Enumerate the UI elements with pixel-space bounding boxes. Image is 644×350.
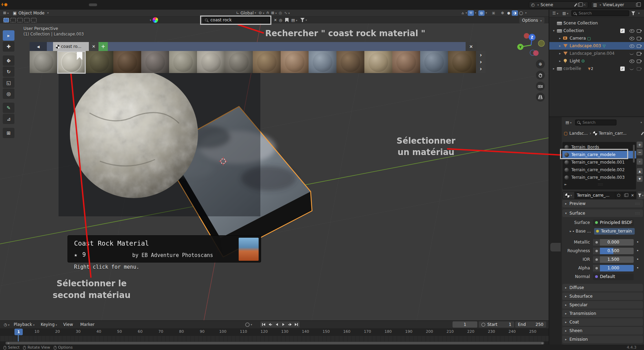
select-mode-subtract-icon[interactable]: [17, 18, 23, 22]
select-mode-intersect-icon[interactable]: [31, 18, 37, 22]
properties-tab[interactable]: [550, 157, 561, 165]
play-button[interactable]: [280, 321, 287, 328]
jump-to-start-button[interactable]: [260, 321, 267, 328]
outliner-display-icon[interactable]: ☰▾: [551, 11, 559, 16]
material-thumbnail[interactable]: [364, 51, 392, 73]
select-box-tool[interactable]: ▸: [3, 30, 14, 41]
expand-icon[interactable]: ▸: [551, 67, 556, 70]
play-reverse-button[interactable]: [273, 321, 280, 328]
material-thumbnail[interactable]: [336, 51, 364, 73]
properties-tab[interactable]: [550, 208, 561, 217]
properties-tab[interactable]: [550, 165, 561, 174]
rotate-tool[interactable]: ↻: [3, 66, 14, 77]
expand-icon[interactable]: ▾: [551, 29, 556, 32]
new-viewlayer-icon[interactable]: [636, 3, 639, 7]
editor-type-icon[interactable]: ⊞▾: [2, 11, 10, 15]
camera-visibility-icon[interactable]: [637, 44, 642, 48]
collapsed-panel-header[interactable]: ▸Diffuse: [562, 284, 643, 291]
workspace-tab[interactable]: [172, 3, 180, 6]
workspace-tab[interactable]: [97, 3, 105, 6]
add-cube-tool[interactable]: ⊞: [3, 128, 14, 138]
eye-filter-icon[interactable]: ◎: [278, 18, 283, 22]
properties-tab[interactable]: [550, 148, 561, 157]
collapsed-panel-header[interactable]: ▸Subsurface: [562, 292, 643, 300]
material-thumbnail[interactable]: [225, 51, 253, 73]
xray-toggle[interactable]: ▣: [490, 10, 497, 16]
properties-tab[interactable]: [550, 251, 561, 260]
hide-eye-icon[interactable]: [629, 51, 634, 56]
material-thumbnail[interactable]: [281, 51, 309, 73]
current-frame-badge[interactable]: 1: [14, 329, 23, 335]
material-thumbnail[interactable]: [253, 51, 281, 73]
shading-material-icon[interactable]: ◑: [512, 10, 518, 16]
move-slot-down-button[interactable]: ▼: [637, 176, 643, 182]
expand-icon[interactable]: ▸: [558, 37, 562, 40]
roughness-slider[interactable]: 0.500: [593, 248, 634, 254]
properties-tab[interactable]: [550, 226, 561, 234]
select-mode-extend-icon[interactable]: [10, 18, 16, 22]
decorator-dot[interactable]: •: [636, 240, 639, 245]
expand-icon[interactable]: ▸: [562, 229, 571, 233]
alpha-slider[interactable]: 1.000: [593, 265, 634, 271]
decorator-dot[interactable]: •: [636, 257, 639, 262]
show-gizmo-dropdown[interactable]: 🜂▾: [460, 10, 468, 16]
hide-eye-icon[interactable]: [629, 66, 634, 71]
end-frame-field[interactable]: End250: [515, 321, 546, 328]
outliner-row[interactable]: ▸ corbeille 2 ✓: [549, 65, 644, 72]
decorator-dot[interactable]: •: [636, 266, 639, 270]
back-arrow-button[interactable]: ◀: [30, 42, 47, 51]
camera-visibility-icon[interactable]: [637, 66, 642, 71]
outliner-scene-icon[interactable]: ▥▾: [561, 11, 569, 16]
jump-to-end-button[interactable]: [293, 321, 300, 328]
expand-icon[interactable]: ▸: [558, 44, 562, 48]
outliner-row[interactable]: ▸ Camera ✓: [549, 34, 644, 42]
collapsed-panel-header[interactable]: ▸Emission: [562, 336, 643, 343]
add-tab-button[interactable]: +: [98, 42, 108, 51]
exclude-checkbox[interactable]: ✓: [620, 66, 625, 71]
normal-button[interactable]: Default: [593, 274, 634, 280]
camera-view-icon[interactable]: [536, 82, 545, 91]
collapsed-panel-header[interactable]: ▸Coat: [562, 318, 643, 326]
material-slot[interactable]: Terrain_carre_modele.001: [562, 158, 636, 166]
properties-tab[interactable]: [550, 191, 561, 200]
workspace-tab[interactable]: [155, 3, 163, 6]
filter-funnel-icon[interactable]: [300, 18, 304, 22]
material-thumbnail[interactable]: [392, 51, 420, 73]
transform-tool[interactable]: ◎: [3, 89, 14, 99]
unlink-material-icon[interactable]: ✕: [629, 192, 636, 199]
workspace-tab[interactable]: [122, 3, 130, 6]
material-thumbnail[interactable]: [309, 51, 336, 73]
properties-search-input[interactable]: [575, 120, 616, 125]
expand-icon[interactable]: ▸: [558, 59, 562, 63]
material-thumbnail[interactable]: [448, 51, 476, 73]
collapsed-panel-header[interactable]: ▸Transmission: [562, 310, 643, 317]
camera-visibility-icon[interactable]: [637, 51, 642, 56]
breadcrumb-object[interactable]: Landsc...: [569, 131, 588, 136]
outliner-row[interactable]: ▸ Landscape_plane.004 ✓: [549, 50, 644, 57]
copy-material-icon[interactable]: [622, 192, 629, 199]
workspace-tab[interactable]: [114, 3, 122, 6]
outliner-row[interactable]: ▸ Light ✓: [549, 57, 644, 65]
options-button[interactable]: Options ▾: [519, 17, 544, 23]
collapsed-panel-header[interactable]: ▸Sheen: [562, 327, 643, 334]
camera-visibility-icon[interactable]: [637, 36, 642, 41]
camera-visibility-icon[interactable]: [637, 59, 642, 63]
current-frame-field[interactable]: 1: [453, 321, 477, 328]
scale-tool[interactable]: ◱: [3, 78, 14, 88]
select-mode-invert-icon[interactable]: [24, 18, 30, 22]
workspace-tab[interactable]: [180, 3, 188, 6]
workspace-tab[interactable]: [105, 3, 114, 6]
properties-options-icon[interactable]: ▾: [641, 121, 642, 124]
orientation-dropdown[interactable]: ∟ Global▾: [235, 11, 256, 16]
surface-panel-header[interactable]: ▾Surface::::: [562, 209, 643, 217]
hide-eye-icon[interactable]: [629, 43, 634, 48]
shading-rendered-icon[interactable]: ◯: [518, 10, 524, 16]
properties-tab[interactable]: [550, 234, 561, 243]
remove-slot-button[interactable]: −: [637, 149, 643, 155]
decorator-dot[interactable]: •: [636, 248, 639, 253]
navigation-gizmo[interactable]: Z Y: [511, 31, 549, 62]
properties-tab[interactable]: [550, 243, 561, 251]
close-popup-button[interactable]: ✕: [466, 42, 477, 51]
material-thumbnail[interactable]: [85, 51, 113, 73]
blender-logo-icon[interactable]: 🮯✹: [0, 2, 9, 8]
